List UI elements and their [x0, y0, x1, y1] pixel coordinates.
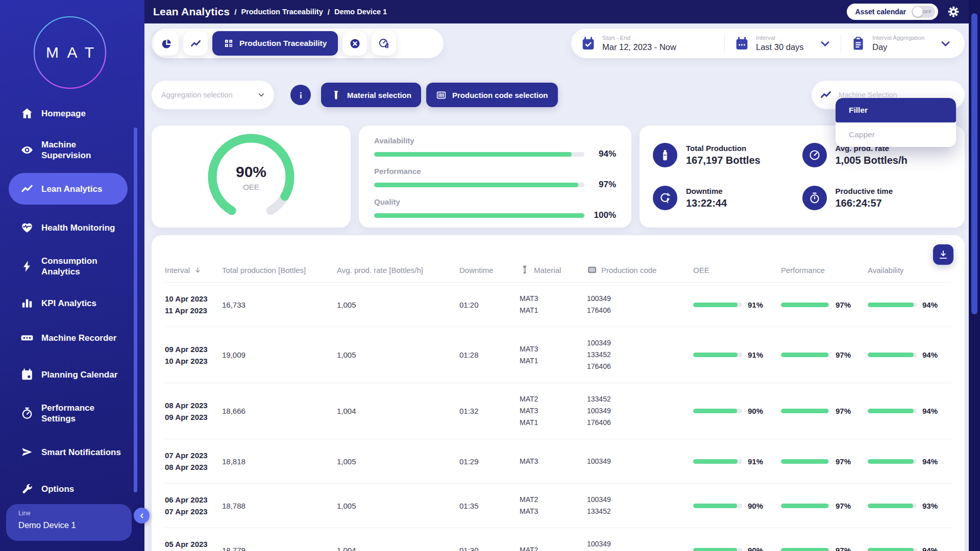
cell-interval: 05 Apr 202306 Apr 2023	[165, 538, 222, 551]
cell-total-production: 18,818	[222, 457, 337, 466]
sidebar-item-homepage[interactable]: Homepage	[0, 96, 144, 131]
trend-icon	[20, 182, 34, 195]
qr-code-icon	[224, 38, 234, 48]
sidebar-item-planning-calendar[interactable]: Planning Calendar	[0, 355, 144, 394]
stat-value: 167,197 Bottles	[686, 155, 761, 166]
interval-aggregation-label: Interval Aggregation	[872, 35, 924, 41]
material-cylinder-icon	[331, 90, 341, 101]
cell-availability: 93%	[868, 502, 951, 510]
cell-production-code: 100349176406	[587, 293, 693, 316]
sidebar-collapse-button[interactable]	[134, 508, 150, 523]
column-header-avg-prod-rate-bottles-h: Avg. prod. rate [Bottles/h]	[337, 266, 459, 274]
bottle-icon	[659, 149, 671, 161]
cell-production-code: 100349133452	[587, 494, 693, 517]
performance-bar: 97%	[781, 546, 868, 551]
sidebar-item-options[interactable]: Options	[0, 471, 144, 506]
gauge-chart-view-button[interactable]	[372, 31, 396, 56]
cell-oee: 91%	[693, 350, 781, 359]
sidebar: MAT HomepageMachine SupervisionLean Anal…	[0, 0, 144, 551]
cell-interval: 10 Apr 202311 Apr 2023	[165, 293, 222, 316]
date-range-value: Mar 12, 2023 - Now	[602, 42, 676, 52]
production-traceability-label: Production Traceability	[239, 39, 327, 48]
oee-bar: 90%	[693, 546, 781, 551]
cell-availability: 94%	[868, 300, 951, 309]
sidebar-scrollbar[interactable]	[134, 128, 137, 492]
production-traceability-button[interactable]: Production Traceability	[212, 31, 338, 56]
bottle-icon-badge	[653, 143, 677, 167]
availability-bar: 94%	[868, 457, 951, 466]
aggregation-selection-placeholder: Aggregation selection	[161, 91, 252, 99]
machine-option-capper[interactable]: Capper	[836, 122, 956, 147]
trend-line-icon	[820, 89, 832, 101]
pie-chart-icon	[161, 38, 173, 49]
column-header-downtime: Downtime	[459, 266, 520, 274]
sidebar-item-consumption-analytics[interactable]: Consumption Analytics	[0, 247, 144, 286]
machine-selection-menu: Filler Capper	[836, 98, 956, 147]
device-card-label: Line	[18, 510, 119, 517]
sidebar-item-label: Planning Calendar	[41, 369, 117, 380]
oee-bar: 91%	[693, 350, 781, 359]
info-button[interactable]	[290, 85, 311, 105]
sidebar-item-label: Machine Recorder	[41, 333, 116, 343]
production-code-selection-button[interactable]: Production code selection	[426, 83, 558, 107]
date-range-selector[interactable]: Start - End Mar 12, 2023 - Now	[571, 34, 724, 53]
download-icon	[938, 249, 948, 260]
stat-value: 1,005 Bottles/h	[836, 155, 908, 166]
sidebar-item-machine-supervision[interactable]: Machine Supervision	[0, 131, 144, 169]
device-selector-card[interactable]: Line Demo Device 1	[6, 504, 132, 541]
kpi-bar-value: 100%	[592, 210, 616, 220]
sidebar-item-kpi-analytics[interactable]: KPI Analytics	[0, 286, 144, 320]
oee-bar: 91%	[693, 300, 781, 309]
download-button[interactable]	[933, 244, 953, 265]
sidebar-item-health-monitoring[interactable]: Health Monitoring	[0, 208, 144, 247]
barcode-icon	[436, 90, 447, 101]
topbar-actions: Asset calendar OFF	[847, 4, 960, 20]
sidebar-item-lean-analytics[interactable]: Lean Analytics	[9, 173, 128, 205]
cell-availability: 94%	[868, 546, 951, 551]
cell-downtime: 01:28	[459, 350, 520, 359]
stat-value: 13:22:44	[686, 197, 727, 209]
cell-downtime: 01:20	[459, 300, 520, 309]
page-scrollbar-track[interactable]	[969, 0, 980, 551]
aggregation-selection-dropdown[interactable]: Aggregation selection	[152, 81, 274, 109]
performance-bar: 97%	[781, 300, 868, 309]
sidebar-item-machine-recorder[interactable]: Machine Recorder	[0, 320, 144, 355]
chevron-down-icon	[818, 36, 832, 51]
asset-calendar-toggle-pill[interactable]: Asset calendar OFF	[847, 4, 938, 20]
cell-oee: 90%	[693, 407, 781, 415]
topbar: Lean Analytics / Production Traceability…	[144, 0, 969, 23]
machine-option-filler[interactable]: Filler	[836, 98, 956, 122]
chevron-down-icon	[938, 36, 953, 51]
cell-downtime: 01:32	[459, 407, 520, 415]
send-icon	[20, 445, 34, 459]
cell-oee: 90%	[693, 502, 781, 510]
interval-selector[interactable]: Interval Last 30 days	[724, 34, 841, 53]
interval-label: Interval	[756, 35, 804, 41]
info-icon	[297, 91, 305, 99]
column-header-oee: OEE	[693, 266, 781, 274]
column-header-interval[interactable]: Interval	[165, 266, 222, 274]
speedometer-icon-badge	[802, 143, 827, 167]
sidebar-item-smart-notifications[interactable]: Smart Notifications	[0, 433, 144, 471]
sidebar-item-label: Machine Supervision	[41, 139, 127, 161]
asset-calendar-switch[interactable]: OFF	[912, 6, 935, 18]
material-selection-button[interactable]: Material selection	[321, 83, 421, 107]
settings-gear-icon[interactable]	[947, 6, 960, 18]
page-scrollbar-thumb[interactable]	[971, 13, 977, 314]
trend-view-button[interactable]	[183, 31, 208, 56]
table-row: 07 Apr 202308 Apr 202318,8181,00501:29MA…	[165, 439, 951, 484]
sidebar-item-performance-settings[interactable]: Performance Settings	[0, 394, 144, 433]
cell-avg-prod-rate: 1,005	[337, 350, 459, 359]
beaker-icon	[520, 265, 530, 275]
clipboard-icon	[851, 36, 866, 51]
stat-label: Downtime	[686, 187, 727, 195]
column-header-performance: Performance	[781, 266, 868, 274]
clear-view-button[interactable]	[342, 31, 367, 56]
production-code-selection-label: Production code selection	[452, 91, 548, 99]
pie-chart-view-button[interactable]	[154, 31, 179, 56]
interval-aggregation-selector[interactable]: Interval Aggregation Day	[841, 34, 965, 53]
cell-availability: 94%	[868, 407, 951, 415]
oee-gauge: 90% OEE	[204, 130, 299, 224]
cell-material: MAT2MAT3MAT1	[520, 393, 587, 429]
downtime-icon-badge	[653, 186, 677, 210]
